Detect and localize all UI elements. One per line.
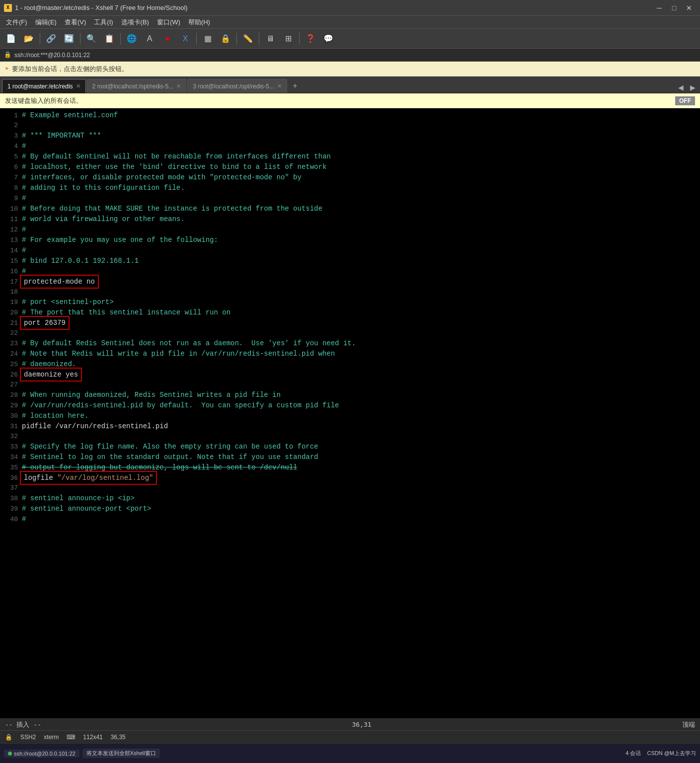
line-28: 28 # When running daemonized, Redis Sent…	[0, 390, 700, 400]
line-num-11: 11	[4, 215, 22, 225]
toolbar-lock-btn[interactable]: 🔒	[218, 31, 233, 46]
toolbar-separator-6	[259, 33, 259, 45]
connect-icon: 🔗	[46, 34, 56, 43]
tab-prev-button[interactable]: ◀	[675, 82, 686, 93]
toolbar-separator-1	[40, 33, 40, 45]
line-num-32: 32	[4, 432, 22, 442]
line-num-19: 19	[4, 298, 22, 307]
line-content-3: # *** IMPORTANT ***	[22, 131, 101, 141]
tab-next-button[interactable]: ▶	[687, 82, 698, 93]
line-10: 10 # Before doing that MAKE SURE the ins…	[0, 204, 700, 214]
line-21: 21 port 26379	[0, 318, 700, 328]
toolbar-connect-btn[interactable]: 🔗	[43, 31, 59, 46]
reconnect-icon: 🔄	[64, 34, 74, 43]
toolbar-globe-btn[interactable]: 🌐	[124, 31, 140, 46]
line-num-34: 34	[4, 453, 22, 462]
toolbar-help-btn[interactable]: ❓	[303, 31, 318, 46]
toolbar: 📄 📂 🔗 🔄 🔍 📋 🌐 A ● X	[0, 29, 700, 49]
toolbar-edit-btn[interactable]: ✏️	[240, 31, 256, 46]
line-14: 14 #	[0, 245, 700, 256]
toolbar-more-btn[interactable]: 💬	[320, 31, 336, 46]
tab-3-close[interactable]: ✕	[277, 83, 282, 89]
line-20: 20 # The port that this sentinel instanc…	[0, 307, 700, 318]
tab-3[interactable]: 3 root@localhost:/opt/redis-5... ✕	[187, 79, 287, 93]
line-num-39: 39	[4, 504, 22, 514]
tab-3-label: 3 root@localhost:/opt/redis-5...	[193, 83, 274, 90]
line-15: 15 # bind 127.0.0.1 192.168.1.1	[0, 256, 700, 266]
line-content-4: #	[22, 141, 26, 151]
line-content-39: # sentinel announce-port <port>	[22, 504, 151, 514]
toolbar-layout-btn[interactable]: ⊞	[280, 31, 296, 46]
taskbar-xshell[interactable]: ssh://root@20.0.0.101:22	[4, 750, 79, 758]
menu-view[interactable]: 查看(V)	[61, 16, 90, 28]
menu-help[interactable]: 帮助(H)	[184, 16, 214, 28]
line-content-40: #	[22, 514, 26, 524]
taskbar-send-text[interactable]: 将文本发送到全部Xshell窗口	[82, 749, 160, 758]
line-33: 33 # Specify the log file name. Also the…	[0, 442, 700, 452]
tab-1[interactable]: 1 root@master:/etc/redis ✕	[2, 79, 86, 93]
status-bar: 🔒 SSH2 xterm ⌨ 112x41 36,35	[0, 730, 700, 743]
address-bar: 🔒 ssh://root:***@20.0.0.101:22	[0, 49, 700, 62]
line-38: 38 # sentinel announce-ip <ip>	[0, 493, 700, 504]
toolbar-copy-btn[interactable]: 📋	[101, 31, 117, 46]
close-button[interactable]: ✕	[682, 2, 696, 14]
add-tab-button[interactable]: +	[288, 80, 302, 93]
line-32: 32	[0, 432, 700, 442]
toolbar-open-btn[interactable]: 📂	[21, 31, 37, 46]
line-content-10: # Before doing that MAKE SURE the instan…	[22, 204, 322, 214]
line-num-20: 20	[4, 308, 22, 318]
menu-window[interactable]: 窗口(W)	[153, 16, 184, 28]
toolbar-monitor-btn[interactable]: 🖥	[262, 31, 278, 46]
lock-icon: 🔒	[4, 51, 11, 59]
line-num-36: 36	[4, 473, 22, 483]
menu-tools[interactable]: 工具(I)	[90, 16, 117, 28]
line-content-11: # world via firewalling or other means.	[22, 214, 185, 224]
tab-1-close[interactable]: ✕	[76, 83, 80, 89]
line-40: 40 #	[0, 514, 700, 525]
toolbar-xshell-btn[interactable]: X	[177, 31, 193, 46]
taskbar-send-label: 将文本发送到全部Xshell窗口	[86, 750, 156, 757]
title-bar-left: X 1 - root@master:/etc/redis - Xshell 7 …	[4, 4, 188, 12]
line-27: 27	[0, 380, 700, 390]
line-num-29: 29	[4, 401, 22, 411]
broadcast-off-button[interactable]: OFF	[675, 96, 695, 105]
line-25: 25 # daemonized.	[0, 359, 700, 370]
menu-file[interactable]: 文件(F)	[2, 16, 31, 28]
minimize-button[interactable]: ─	[652, 2, 666, 14]
line-num-27: 27	[4, 380, 22, 390]
line-num-18: 18	[4, 287, 22, 297]
menu-edit[interactable]: 编辑(E)	[31, 16, 61, 28]
toolbar-reconnect-btn[interactable]: 🔄	[61, 31, 77, 46]
toolbar-grid-btn[interactable]: ▦	[200, 31, 216, 46]
line-num-1: 1	[4, 111, 22, 121]
globe-icon: 🌐	[127, 34, 137, 43]
toolbar-separator-4	[196, 33, 197, 45]
line-39: 39 # sentinel announce-port <port>	[0, 504, 700, 514]
terminal[interactable]: 1 # Example sentinel.conf 2 3 # *** IMPO…	[0, 108, 700, 718]
line-content-19: # port <sentinel-port>	[22, 297, 114, 307]
line-num-3: 3	[4, 131, 22, 141]
taskbar-address: ssh://root@20.0.0.101:22	[14, 751, 76, 757]
toolbar-zoomin-btn[interactable]: 🔍	[83, 31, 99, 46]
line-content-31: pidfile /var/run/redis-sentinel.pid	[22, 421, 168, 431]
line-num-40: 40	[4, 515, 22, 525]
toolbar-new-btn[interactable]: 📄	[3, 31, 19, 46]
xshell-icon: X	[183, 34, 188, 43]
menu-tabs[interactable]: 选项卡(B)	[117, 16, 153, 28]
line-content-9: #	[22, 193, 26, 203]
copy-icon: 📋	[104, 34, 114, 43]
line-content-30: # location here.	[22, 411, 88, 421]
toolbar-separator-3	[120, 33, 121, 45]
tab-2-close[interactable]: ✕	[176, 83, 181, 89]
broadcast-text: 发送键盘输入的所有会话。	[5, 96, 82, 105]
toolbar-font-btn[interactable]: A	[142, 31, 157, 46]
tab-2[interactable]: 2 root@localhost:/opt/redis-5... ✕	[87, 79, 187, 93]
line-16: 16 #	[0, 266, 700, 277]
line-num-9: 9	[4, 194, 22, 204]
line-2: 2	[0, 121, 700, 131]
lock-icon: 🔒	[221, 34, 231, 43]
toolbar-red-btn[interactable]: ●	[159, 31, 175, 46]
tab-2-label: 2 root@localhost:/opt/redis-5...	[92, 83, 174, 90]
line-content-24: # Note that Redis will write a pid file …	[22, 349, 335, 359]
maximize-button[interactable]: □	[667, 2, 681, 14]
